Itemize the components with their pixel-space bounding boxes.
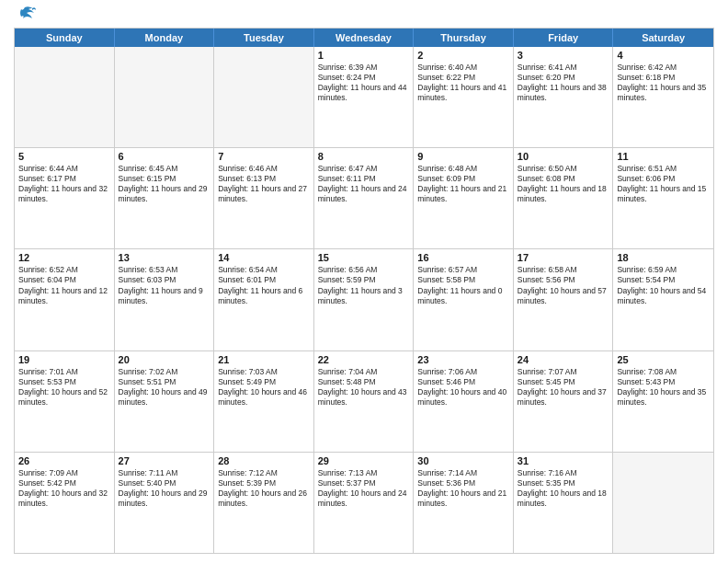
day-number: 27 bbox=[119, 455, 210, 466]
day-info: Sunrise: 6:39 AM Sunset: 6:24 PM Dayligh… bbox=[318, 63, 410, 103]
calendar-week-3: 12Sunrise: 6:52 AM Sunset: 6:04 PM Dayli… bbox=[15, 249, 713, 350]
calendar-week-5: 26Sunrise: 7:09 AM Sunset: 5:42 PM Dayli… bbox=[15, 453, 713, 553]
day-cell-9: 9Sunrise: 6:48 AM Sunset: 6:09 PM Daylig… bbox=[414, 148, 514, 248]
day-info: Sunrise: 6:51 AM Sunset: 6:06 PM Dayligh… bbox=[617, 164, 710, 204]
day-number: 21 bbox=[218, 354, 310, 365]
day-number: 19 bbox=[18, 354, 110, 365]
day-header-wednesday: Wednesday bbox=[314, 29, 415, 47]
day-cell-18: 18Sunrise: 6:59 AM Sunset: 5:54 PM Dayli… bbox=[613, 249, 713, 350]
page: SundayMondayTuesdayWednesdayThursdayFrid… bbox=[0, 0, 728, 563]
day-cell-30: 30Sunrise: 7:14 AM Sunset: 5:36 PM Dayli… bbox=[414, 453, 514, 553]
day-info: Sunrise: 6:52 AM Sunset: 6:04 PM Dayligh… bbox=[18, 265, 110, 305]
day-info: Sunrise: 6:45 AM Sunset: 6:15 PM Dayligh… bbox=[119, 164, 210, 204]
logo bbox=[14, 9, 36, 22]
day-number: 10 bbox=[518, 151, 609, 162]
day-number: 26 bbox=[18, 455, 110, 466]
empty-cell bbox=[15, 47, 115, 147]
day-info: Sunrise: 7:06 AM Sunset: 5:46 PM Dayligh… bbox=[417, 367, 509, 408]
day-cell-7: 7Sunrise: 6:46 AM Sunset: 6:13 PM Daylig… bbox=[214, 148, 314, 248]
day-number: 18 bbox=[617, 252, 710, 263]
day-info: Sunrise: 7:08 AM Sunset: 5:43 PM Dayligh… bbox=[617, 367, 710, 408]
day-info: Sunrise: 7:11 AM Sunset: 5:40 PM Dayligh… bbox=[119, 468, 210, 509]
day-number: 22 bbox=[318, 354, 410, 365]
day-cell-23: 23Sunrise: 7:06 AM Sunset: 5:46 PM Dayli… bbox=[414, 351, 514, 452]
day-number: 1 bbox=[318, 50, 410, 61]
header bbox=[14, 9, 714, 22]
day-cell-4: 4Sunrise: 6:42 AM Sunset: 6:18 PM Daylig… bbox=[613, 47, 713, 147]
calendar-header: SundayMondayTuesdayWednesdayThursdayFrid… bbox=[15, 29, 713, 47]
day-cell-14: 14Sunrise: 6:54 AM Sunset: 6:01 PM Dayli… bbox=[214, 249, 314, 350]
day-header-sunday: Sunday bbox=[15, 29, 115, 47]
day-info: Sunrise: 6:54 AM Sunset: 6:01 PM Dayligh… bbox=[218, 265, 310, 305]
day-cell-19: 19Sunrise: 7:01 AM Sunset: 5:53 PM Dayli… bbox=[15, 351, 115, 452]
day-cell-3: 3Sunrise: 6:41 AM Sunset: 6:20 PM Daylig… bbox=[514, 47, 614, 147]
day-header-monday: Monday bbox=[115, 29, 215, 47]
day-info: Sunrise: 6:44 AM Sunset: 6:17 PM Dayligh… bbox=[18, 164, 110, 204]
day-info: Sunrise: 6:47 AM Sunset: 6:11 PM Dayligh… bbox=[318, 164, 410, 204]
day-info: Sunrise: 6:59 AM Sunset: 5:54 PM Dayligh… bbox=[617, 265, 710, 305]
day-number: 3 bbox=[518, 50, 609, 61]
day-info: Sunrise: 7:01 AM Sunset: 5:53 PM Dayligh… bbox=[18, 367, 110, 408]
day-info: Sunrise: 6:58 AM Sunset: 5:56 PM Dayligh… bbox=[518, 265, 609, 305]
empty-cell bbox=[613, 453, 713, 553]
day-cell-16: 16Sunrise: 6:57 AM Sunset: 5:58 PM Dayli… bbox=[414, 249, 514, 350]
day-cell-12: 12Sunrise: 6:52 AM Sunset: 6:04 PM Dayli… bbox=[15, 249, 115, 350]
day-number: 20 bbox=[119, 354, 210, 365]
day-info: Sunrise: 7:16 AM Sunset: 5:35 PM Dayligh… bbox=[518, 468, 609, 509]
day-number: 8 bbox=[318, 151, 410, 162]
day-cell-24: 24Sunrise: 7:07 AM Sunset: 5:45 PM Dayli… bbox=[514, 351, 614, 452]
day-number: 16 bbox=[417, 252, 509, 263]
day-cell-8: 8Sunrise: 6:47 AM Sunset: 6:11 PM Daylig… bbox=[314, 148, 415, 248]
day-info: Sunrise: 7:14 AM Sunset: 5:36 PM Dayligh… bbox=[417, 468, 509, 509]
day-number: 28 bbox=[218, 455, 310, 466]
day-info: Sunrise: 7:03 AM Sunset: 5:49 PM Dayligh… bbox=[218, 367, 310, 408]
day-number: 12 bbox=[18, 252, 110, 263]
day-number: 7 bbox=[218, 151, 310, 162]
logo-icon bbox=[16, 6, 36, 22]
day-cell-2: 2Sunrise: 6:40 AM Sunset: 6:22 PM Daylig… bbox=[414, 47, 514, 147]
day-number: 15 bbox=[318, 252, 410, 263]
day-number: 31 bbox=[518, 455, 609, 466]
day-cell-10: 10Sunrise: 6:50 AM Sunset: 6:08 PM Dayli… bbox=[514, 148, 614, 248]
day-info: Sunrise: 7:12 AM Sunset: 5:39 PM Dayligh… bbox=[218, 468, 310, 509]
empty-cell bbox=[115, 47, 215, 147]
empty-cell bbox=[214, 47, 314, 147]
day-info: Sunrise: 6:56 AM Sunset: 5:59 PM Dayligh… bbox=[318, 265, 410, 305]
day-header-friday: Friday bbox=[514, 29, 614, 47]
day-cell-6: 6Sunrise: 6:45 AM Sunset: 6:15 PM Daylig… bbox=[115, 148, 215, 248]
day-number: 6 bbox=[119, 151, 210, 162]
day-info: Sunrise: 6:40 AM Sunset: 6:22 PM Dayligh… bbox=[417, 63, 509, 103]
day-info: Sunrise: 7:09 AM Sunset: 5:42 PM Dayligh… bbox=[18, 468, 110, 509]
day-cell-13: 13Sunrise: 6:53 AM Sunset: 6:03 PM Dayli… bbox=[115, 249, 215, 350]
day-header-thursday: Thursday bbox=[414, 29, 514, 47]
day-number: 2 bbox=[417, 50, 509, 61]
day-info: Sunrise: 6:41 AM Sunset: 6:20 PM Dayligh… bbox=[518, 63, 609, 103]
day-number: 9 bbox=[417, 151, 509, 162]
day-number: 30 bbox=[417, 455, 509, 466]
day-number: 14 bbox=[218, 252, 310, 263]
day-cell-26: 26Sunrise: 7:09 AM Sunset: 5:42 PM Dayli… bbox=[15, 453, 115, 553]
day-info: Sunrise: 7:02 AM Sunset: 5:51 PM Dayligh… bbox=[119, 367, 210, 408]
day-cell-31: 31Sunrise: 7:16 AM Sunset: 5:35 PM Dayli… bbox=[514, 453, 614, 553]
day-cell-15: 15Sunrise: 6:56 AM Sunset: 5:59 PM Dayli… bbox=[314, 249, 415, 350]
day-number: 24 bbox=[518, 354, 609, 365]
day-cell-22: 22Sunrise: 7:04 AM Sunset: 5:48 PM Dayli… bbox=[314, 351, 415, 452]
day-info: Sunrise: 6:42 AM Sunset: 6:18 PM Dayligh… bbox=[617, 63, 710, 103]
day-number: 11 bbox=[617, 151, 710, 162]
day-info: Sunrise: 6:46 AM Sunset: 6:13 PM Dayligh… bbox=[218, 164, 310, 204]
day-info: Sunrise: 6:57 AM Sunset: 5:58 PM Dayligh… bbox=[417, 265, 509, 305]
day-cell-25: 25Sunrise: 7:08 AM Sunset: 5:43 PM Dayli… bbox=[613, 351, 713, 452]
day-info: Sunrise: 6:50 AM Sunset: 6:08 PM Dayligh… bbox=[518, 164, 609, 204]
day-cell-27: 27Sunrise: 7:11 AM Sunset: 5:40 PM Dayli… bbox=[115, 453, 215, 553]
day-cell-28: 28Sunrise: 7:12 AM Sunset: 5:39 PM Dayli… bbox=[214, 453, 314, 553]
day-cell-20: 20Sunrise: 7:02 AM Sunset: 5:51 PM Dayli… bbox=[115, 351, 215, 452]
calendar-week-4: 19Sunrise: 7:01 AM Sunset: 5:53 PM Dayli… bbox=[15, 351, 713, 453]
day-number: 13 bbox=[119, 252, 210, 263]
day-info: Sunrise: 6:53 AM Sunset: 6:03 PM Dayligh… bbox=[119, 265, 210, 305]
day-cell-29: 29Sunrise: 7:13 AM Sunset: 5:37 PM Dayli… bbox=[314, 453, 415, 553]
day-cell-17: 17Sunrise: 6:58 AM Sunset: 5:56 PM Dayli… bbox=[514, 249, 614, 350]
day-cell-5: 5Sunrise: 6:44 AM Sunset: 6:17 PM Daylig… bbox=[15, 148, 115, 248]
calendar-week-2: 5Sunrise: 6:44 AM Sunset: 6:17 PM Daylig… bbox=[15, 148, 713, 249]
day-header-tuesday: Tuesday bbox=[214, 29, 314, 47]
calendar-body: 1Sunrise: 6:39 AM Sunset: 6:24 PM Daylig… bbox=[15, 47, 713, 553]
